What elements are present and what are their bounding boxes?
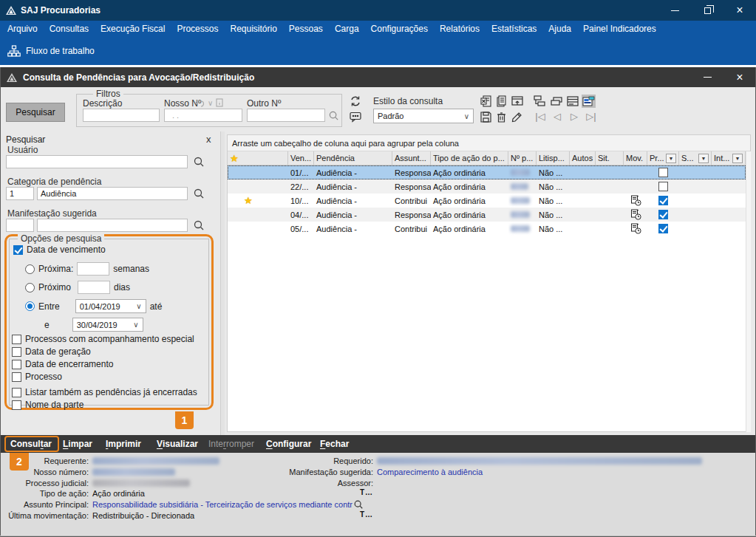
menu-consultas[interactable]: Consultas bbox=[44, 21, 95, 37]
group-hierarchy-icon[interactable] bbox=[533, 95, 547, 108]
table-row[interactable]: ★ 10/... Audiência - Contribui Ação ordi… bbox=[228, 194, 746, 208]
filter-dropdown-icon[interactable]: ▼ bbox=[698, 154, 709, 163]
descricao-input[interactable] bbox=[83, 109, 160, 122]
proximo-radio[interactable] bbox=[25, 283, 35, 293]
restore-button[interactable] bbox=[691, 0, 723, 21]
col-venc[interactable]: Ven... bbox=[288, 151, 314, 165]
col-tipo[interactable]: Tipo de ação do p... bbox=[431, 151, 508, 165]
table-row[interactable]: 05/... Audiência - Contribui Ação ordiná… bbox=[228, 222, 746, 236]
proximo-dias-input[interactable] bbox=[78, 281, 110, 294]
col-int[interactable]: Int...▼ bbox=[712, 151, 746, 165]
workflow-button[interactable]: Fluxo de trabalho bbox=[7, 45, 95, 58]
visualizar-button[interactable]: Visualizar bbox=[157, 435, 198, 453]
menu-pessoas[interactable]: Pessoas bbox=[283, 21, 329, 37]
grid-group-band[interactable]: Arraste um cabeçalho de coluna aqui para… bbox=[228, 135, 750, 151]
filter-dropdown-icon[interactable]: ▼ bbox=[732, 154, 743, 163]
cascade-view-icon[interactable] bbox=[549, 95, 563, 108]
entre-ate-datepicker[interactable]: 30/04/2019 ∨ bbox=[72, 318, 143, 332]
menu-requisitorio[interactable]: Requisitório bbox=[224, 21, 282, 37]
manifestacao-search-icon[interactable] bbox=[193, 219, 205, 231]
search-icon[interactable] bbox=[328, 110, 339, 121]
categoria-search-icon[interactable] bbox=[193, 188, 205, 199]
menu-processos[interactable]: Processos bbox=[171, 21, 224, 37]
col-sit[interactable]: Sit. bbox=[596, 151, 624, 165]
col-pr[interactable]: Pr...▼ bbox=[647, 151, 679, 165]
vertical-scrollbar[interactable] bbox=[746, 151, 751, 432]
nav-first-icon[interactable]: |◁ bbox=[533, 111, 548, 122]
nosso-no-input[interactable]: . . bbox=[164, 109, 242, 122]
proxima-semanas-input[interactable] bbox=[77, 262, 109, 276]
refresh-icon[interactable] bbox=[350, 95, 361, 107]
filter-dropdown-icon[interactable]: ▼ bbox=[666, 154, 676, 163]
col-s[interactable]: S...▼ bbox=[679, 151, 712, 165]
dialog-close-button[interactable]: × bbox=[723, 67, 756, 87]
pr-checkbox[interactable] bbox=[658, 224, 668, 233]
manifestacao-sugerida-value[interactable]: Comparecimento à audiência bbox=[377, 468, 483, 476]
menu-estatisticas[interactable]: Estatísticas bbox=[486, 21, 542, 37]
close-button[interactable]: × bbox=[723, 0, 756, 21]
usuario-input[interactable] bbox=[6, 155, 188, 168]
menu-arquivo[interactable]: Arquivo bbox=[1, 21, 44, 37]
limpar-button[interactable]: Limpar bbox=[63, 435, 92, 453]
table-row[interactable]: 22/... Audiência - Responsa Ação ordinár… bbox=[228, 179, 746, 194]
delete-icon[interactable] bbox=[494, 110, 508, 123]
nav-next-icon[interactable]: ▷ bbox=[567, 111, 582, 122]
categoria-code-input[interactable]: 1 bbox=[6, 187, 34, 200]
data-geracao-checkbox[interactable] bbox=[12, 347, 21, 357]
assunto-search-icon[interactable] bbox=[353, 499, 364, 510]
card-view-icon[interactable] bbox=[582, 95, 596, 108]
categoria-value-input[interactable]: Audiência bbox=[37, 187, 188, 200]
data-vencimento-checkbox[interactable] bbox=[13, 245, 23, 255]
col-star[interactable]: ★ bbox=[228, 151, 288, 165]
pr-checkbox[interactable] bbox=[658, 168, 668, 177]
chevron-down-icon[interactable]: ∨ bbox=[208, 99, 213, 107]
table-row[interactable]: 04/... Audiência - Responsa Ação ordinár… bbox=[228, 208, 746, 222]
nav-last-icon[interactable]: ▷| bbox=[584, 111, 599, 122]
col-pendencia[interactable]: Pendência bbox=[314, 151, 392, 165]
estilo-combobox[interactable]: Padrão ∨ bbox=[373, 109, 474, 123]
panel-splitter[interactable] bbox=[220, 131, 225, 435]
menu-relatorios[interactable]: Relatórios bbox=[434, 21, 486, 37]
pr-checkbox[interactable] bbox=[658, 196, 668, 205]
processo-checkbox[interactable] bbox=[12, 372, 21, 382]
fechar-button[interactable]: Fechar bbox=[320, 435, 349, 453]
menu-ajuda[interactable]: Ajuda bbox=[542, 21, 577, 37]
edit-pencil-icon[interactable] bbox=[510, 110, 524, 123]
menu-painel-indicadores[interactable]: Painel Indicadores bbox=[577, 21, 662, 37]
pesquisar-toolbar-button[interactable]: Pesquisar bbox=[6, 103, 65, 122]
consultar-button[interactable]: Consultar bbox=[10, 435, 52, 453]
minimize-button[interactable] bbox=[658, 0, 691, 21]
export-excel-icon[interactable] bbox=[479, 95, 493, 108]
configurar-button[interactable]: Configurar bbox=[266, 435, 311, 453]
imprimir-button[interactable]: Imprimir bbox=[106, 435, 141, 453]
entre-radio[interactable] bbox=[25, 301, 35, 311]
undo-icon[interactable] bbox=[195, 99, 205, 107]
pr-checkbox[interactable] bbox=[658, 210, 668, 219]
manifestacao-value-input[interactable] bbox=[37, 219, 188, 232]
nav-prev-icon[interactable]: ◁ bbox=[550, 111, 565, 122]
data-encerramento-checkbox[interactable] bbox=[12, 360, 21, 369]
listar-encerradas-checkbox[interactable] bbox=[12, 388, 21, 397]
manifestacao-code-input[interactable] bbox=[6, 219, 34, 232]
outro-no-input[interactable] bbox=[247, 109, 325, 122]
col-nproc[interactable]: Nº p... bbox=[508, 151, 537, 165]
comment-icon[interactable] bbox=[350, 112, 361, 123]
rows-view-icon[interactable] bbox=[565, 95, 579, 108]
export-window-icon[interactable] bbox=[510, 95, 524, 108]
table-row[interactable]: 01/... Audiência - Responsa Ação ordinár… bbox=[228, 165, 746, 179]
assunto-link[interactable]: Responsabilidade subsidiária - Terceiriz… bbox=[92, 500, 353, 509]
nome-parte-checkbox[interactable] bbox=[12, 400, 21, 410]
usuario-search-icon[interactable] bbox=[193, 156, 205, 168]
note-icon[interactable] bbox=[216, 98, 223, 107]
col-assunto[interactable]: Assunt... bbox=[392, 151, 431, 165]
entre-de-datepicker[interactable]: 01/04/2019 ∨ bbox=[75, 299, 146, 313]
copy-document-icon[interactable] bbox=[494, 95, 508, 108]
text-expand-icon[interactable]: T… bbox=[360, 488, 373, 496]
acompanhamento-checkbox[interactable] bbox=[12, 335, 21, 344]
dialog-minimize-button[interactable] bbox=[691, 67, 723, 87]
col-mov[interactable]: Mov. bbox=[624, 151, 647, 165]
menu-configuracoes[interactable]: Configurações bbox=[365, 21, 434, 37]
menu-carga[interactable]: Carga bbox=[329, 21, 365, 37]
pr-checkbox[interactable] bbox=[658, 182, 668, 191]
proxima-radio[interactable] bbox=[25, 264, 35, 274]
